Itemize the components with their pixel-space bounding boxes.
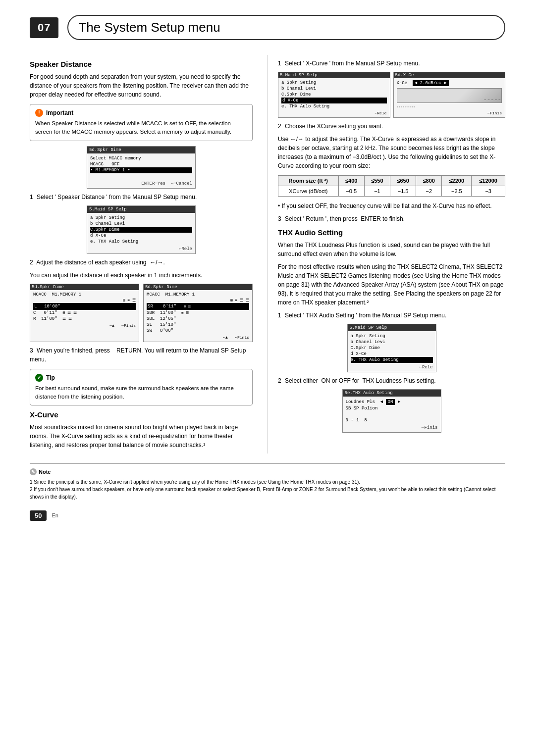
- thx-manual-row4: d X-Ce: [351, 351, 433, 357]
- xcurve-step1: 1 Select ' X-Curve ' from the Manual SP …: [278, 59, 505, 68]
- thx-setting-row4: 0 - 1 8: [346, 417, 438, 423]
- main-content: Speaker Distance For good sound depth an…: [0, 50, 535, 454]
- xcurve-table: Room size (ft ²) ≤400 ≤550 ≤650 ≤800 ≤22…: [278, 175, 505, 197]
- tip-title: ✓ Tip: [35, 373, 247, 382]
- table-cell-25: −2.5: [442, 186, 472, 197]
- thx-setting-screen: 5e.THX Aulo Seting Loudnes Pls ◄ ON ► SB…: [342, 389, 441, 433]
- thx-audio-title: THX Audio Setting: [278, 228, 505, 237]
- thx-setting-row2: SB SP Polion: [346, 405, 438, 411]
- thx-body1: When the THX Loudness Plus function is u…: [278, 241, 505, 258]
- mcacc-row3: • M1.MEMORY 1 •: [90, 167, 192, 173]
- speaker-distance-step1: 1 Select ' Speaker Distance ' from the M…: [30, 193, 253, 202]
- thx-body2: For the most effective results when usin…: [278, 262, 505, 307]
- table-row-xcurve: XCurve (dB/oct) −0.5 −1 −1.5 −2 −2.5 −3: [278, 186, 505, 197]
- mcacc-row4: [90, 173, 192, 179]
- xcm-row4: d X-Ce: [281, 98, 387, 103]
- chapter-number: 07: [30, 17, 58, 38]
- table-cell-3: −3: [472, 186, 505, 197]
- sp-row4: d X-Ce: [90, 233, 192, 239]
- xcm-row2: b Chanel Levi: [281, 86, 387, 92]
- page-lang: En: [52, 512, 58, 518]
- sdl-L: L 10'00": [33, 303, 136, 310]
- thx-setting-row3: [346, 411, 438, 417]
- thx-manual-row2: b Chanel Levi: [351, 339, 433, 345]
- sdl-sub: MCACC M1.MEMORY 1: [33, 292, 136, 298]
- sp-footer: ←Rele: [90, 247, 192, 252]
- spkr-dist-left-screen: 5d.Spkr Dime MCACC M1.MEMORY 1 ⊞ ≡ ☰ L 1…: [30, 284, 139, 342]
- important-text: When Speaker Distance is selected while …: [35, 119, 247, 137]
- table-cell-15: −1.5: [390, 186, 416, 197]
- thx-setting-footer: ←Finis: [346, 425, 438, 430]
- sdl-footer: ←▲ ←Finis: [33, 323, 136, 328]
- table-cell-05: −0.5: [338, 186, 364, 197]
- sdl-R: R 11'00" ☰ ☱: [33, 316, 136, 322]
- notes-section: ✎ Note 1 Since the principal is the same…: [30, 463, 505, 501]
- xcs-scale: ◦◦◦◦◦◦◦◦◦: [397, 104, 502, 109]
- sp-row5: e. THX Aulo Seting: [90, 239, 192, 245]
- right-column: 1 Select ' X-Curve ' from the Manual SP …: [268, 55, 505, 454]
- thx-manual-title: 5.Maid SP Selp: [348, 324, 436, 331]
- table-header-2200: ≤2200: [442, 176, 472, 186]
- sdr-footer: ←▲ ←Finis: [147, 335, 249, 340]
- speaker-distance-step3: 3 When you're finished, press RETURN. Yo…: [30, 346, 253, 364]
- sp-row1: a Spkr Seting: [90, 215, 192, 221]
- sdr-sub: MCACC M1.MEMORY 1: [147, 292, 249, 298]
- xcs-footer: ←Finis: [397, 111, 502, 115]
- sdr-SW: SW 8'00": [147, 328, 249, 334]
- thx-step2: 2 Select either ON or OFF for THX Loudne…: [278, 376, 505, 385]
- important-icon: !: [35, 109, 43, 117]
- sdl-C: C 0'11" ⊞ ☰ ☱: [33, 310, 136, 316]
- thx-manual-row5: e. THX Aulo Seting: [351, 357, 433, 363]
- step2-detail: You can adjust the distance of each spea…: [30, 271, 253, 280]
- left-column: Speaker Distance For good sound depth an…: [30, 55, 268, 454]
- notes-title: ✎ Note: [30, 468, 505, 476]
- thx-setting-title: 5e.THX Aulo Seting: [343, 390, 441, 397]
- sdr-icons: ⊞ ≡ ☰ ☰: [147, 298, 249, 303]
- thx-manual-screen: 5.Maid SP Selp a Spkr Seting b Chanel Le…: [347, 324, 436, 372]
- speaker-distance-body: For good sound depth and separation from…: [30, 72, 253, 99]
- note1-text: 1 Since the principal is the same, X-Cur…: [30, 478, 505, 486]
- table-header-800: ≤800: [416, 176, 442, 186]
- thx-manual-footer: ←Rele: [351, 365, 433, 370]
- sdl-icons: ⊞ ≡ ☰: [33, 298, 136, 303]
- page-footer: 50 En: [0, 505, 535, 526]
- sdr-SBR: SBR 11'00" ⊞ ☰: [147, 310, 249, 316]
- speaker-distance-title: Speaker Distance: [30, 60, 253, 68]
- xcurve-manual-screen: 5.Maid SP Selp a Spkr Seting b Chanel Le…: [278, 72, 390, 118]
- sdl-title: 5d.Spkr Dime: [30, 284, 139, 290]
- header: 07 The System Setup menu: [0, 0, 535, 50]
- xcurve-setting-screen: 5d.X-Ce X-Ce ◄ 2.0dB/oc ► — — — — — ◦◦◦◦…: [393, 72, 506, 118]
- xcm-title: 5.Maid SP Selp: [278, 72, 390, 78]
- sdr-SBL: SBL 12'05": [147, 316, 249, 322]
- xcm-row3: C.Spkr Dime: [281, 92, 387, 98]
- spkr-dist-screens: 5d.Spkr Dime MCACC M1.MEMORY 1 ⊞ ≡ ☰ L 1…: [30, 284, 253, 342]
- page-number: 50: [30, 510, 47, 521]
- thx-manual-row3: C.Spkr Dime: [351, 345, 433, 351]
- mcacc-screen: 5d.Spkr Dime Select MCACC memory MCACC O…: [87, 146, 196, 189]
- thx-manual-row1: a Spkr Seting: [351, 333, 433, 339]
- xcurve-step3: 3 Select ' Return ', then press ENTER to…: [278, 214, 505, 223]
- tip-text: For best surround sound, make sure the s…: [35, 384, 247, 402]
- xcm-footer: ←Rele: [281, 111, 387, 115]
- sdr-SL: SL 15'10": [147, 322, 249, 328]
- xcs-row1: X-Ce ◄ 2.0dB/oc ►: [397, 80, 502, 87]
- sdr-SR: SR 8'11" ⊞ ☰: [147, 303, 249, 310]
- spkr-dist-right-screen: 5d.Spkr Dime MCACC M1.MEMORY 1 ⊞ ≡ ☰ ☰ S…: [143, 284, 253, 342]
- tip-box: ✓ Tip For best surround sound, make sure…: [30, 369, 253, 406]
- important-title: ! Important: [35, 108, 247, 117]
- xcurve-screens: 5.Maid SP Selp a Spkr Seting b Chanel Le…: [278, 72, 505, 118]
- manual-sp-title: 5.Maid SP Selp: [87, 206, 195, 213]
- table-cell-2: −2: [416, 186, 442, 197]
- xcurve-step2: 2 Choose the XCurve setting you want.: [278, 122, 505, 131]
- sp-row2: b Chanel Levi: [90, 221, 192, 227]
- mcacc-row2: MCACC OFF: [90, 161, 192, 167]
- chapter-title: The System Setup menu: [67, 15, 505, 40]
- xcs-title: 5d.X-Ce: [394, 72, 505, 78]
- table-header-650: ≤650: [390, 176, 416, 186]
- sdr-title: 5d.Spkr Dime: [144, 284, 252, 290]
- xcm-row1: a Spkr Seting: [281, 80, 387, 86]
- manual-sp-screen: 5.Maid SP Selp a Spkr Seting b Chanel Le…: [87, 205, 196, 254]
- page: 07 The System Setup menu Speaker Distanc…: [0, 0, 535, 756]
- xcurve-step2-body: Use ←/→ to adjust the setting. The X-Cur…: [278, 135, 505, 170]
- table-header-12000: ≤12000: [472, 176, 505, 186]
